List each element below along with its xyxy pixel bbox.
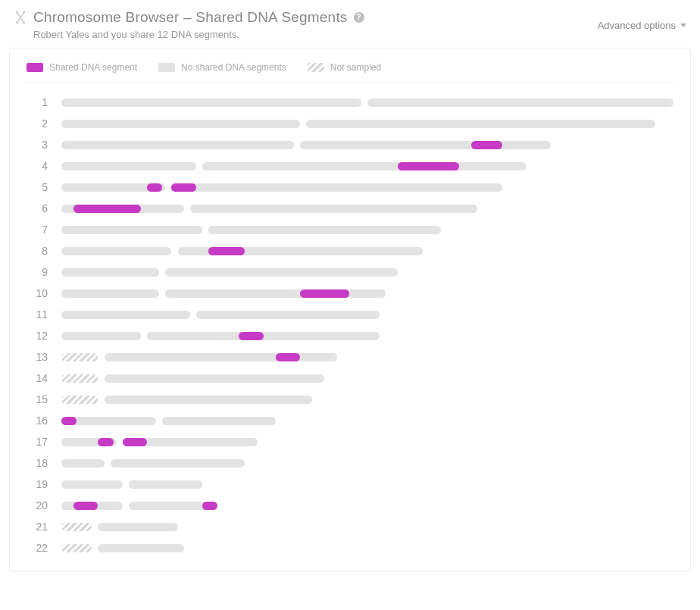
chromosome-track[interactable] (61, 141, 673, 149)
chromosome-arm (165, 268, 398, 277)
chromosome-icon (14, 11, 27, 24)
chromosome-row: 6 (27, 202, 673, 214)
chromosome-label: 22 (27, 542, 48, 554)
chromosome-arm (111, 459, 245, 468)
chromosome-card: Shared DNA segment No shared DNA segment… (9, 48, 691, 571)
shared-segment[interactable] (300, 289, 349, 298)
arm-not-sampled (61, 374, 98, 383)
chromosome-arm (61, 459, 105, 468)
chromosome-arm (61, 332, 141, 340)
shared-segment[interactable] (208, 247, 245, 255)
arm-not-sampled (61, 544, 92, 552)
chromosome-label: 11 (27, 308, 48, 321)
subtitle: Robert Yales and you share 12 DNA segmen… (33, 29, 364, 40)
shared-segment[interactable] (276, 353, 300, 361)
chromosome-arm (306, 120, 655, 128)
chromosome-row: 11 (27, 308, 673, 321)
chromosome-label: 10 (27, 287, 48, 299)
chromosome-label: 2 (27, 117, 48, 130)
chromosome-label: 3 (27, 139, 48, 151)
chromosome-row: 14 (27, 372, 673, 384)
chromosome-arm (61, 268, 159, 277)
chromosome-track[interactable] (61, 523, 673, 531)
header: Chromosome Browser – Shared DNA Segments… (9, 9, 691, 48)
swatch-not-sampled-icon (308, 63, 324, 72)
help-icon[interactable]: ? (354, 12, 364, 23)
chromosome-track[interactable] (61, 183, 673, 192)
title-row: Chromosome Browser – Shared DNA Segments… (14, 9, 364, 26)
chromosome-label: 4 (27, 160, 48, 172)
svg-point-2 (16, 22, 17, 23)
header-left: Chromosome Browser – Shared DNA Segments… (14, 9, 364, 40)
chevron-down-icon (680, 23, 686, 27)
chromosome-arm (300, 141, 551, 149)
swatch-shared-icon (27, 63, 43, 72)
chromosome-arm (61, 289, 159, 298)
chromosome-row: 15 (27, 393, 673, 405)
arm-not-sampled (61, 523, 92, 531)
chromosome-row: 2 (27, 117, 673, 130)
chromosome-track[interactable] (61, 120, 673, 128)
chromosome-track[interactable] (61, 311, 673, 319)
chromosome-row: 8 (27, 245, 673, 257)
shared-segment[interactable] (98, 438, 113, 446)
chromosome-track[interactable] (61, 353, 673, 361)
chromosome-track[interactable] (61, 417, 673, 425)
shared-segment[interactable] (202, 502, 217, 510)
chromosome-track[interactable] (61, 226, 673, 234)
chromosome-track[interactable] (61, 438, 673, 446)
chromosome-track[interactable] (61, 162, 673, 170)
chromosome-track[interactable] (61, 374, 673, 383)
advanced-options-label: Advanced options (598, 20, 676, 31)
shared-segment[interactable] (61, 417, 77, 425)
chromosome-row: 10 (27, 287, 673, 299)
chromosome-arm (162, 417, 275, 425)
arm-not-sampled (61, 353, 98, 361)
chromosome-arm (61, 120, 300, 128)
chromosome-row: 12 (27, 330, 673, 342)
legend-none: No shared DNA segments (158, 62, 286, 73)
chromosome-track[interactable] (61, 205, 673, 213)
chromosome-rows: 12345678910111213141516171819202122 (27, 96, 673, 554)
chromosome-label: 16 (27, 414, 48, 427)
shared-segment[interactable] (147, 183, 162, 192)
chromosome-label: 6 (27, 202, 48, 214)
chromosome-row: 1 (27, 96, 673, 108)
legend-not-sampled-label: Not sampled (330, 62, 381, 73)
chromosome-arm (147, 332, 380, 340)
chromosome-label: 9 (27, 266, 48, 278)
chromosome-arm (208, 226, 441, 234)
chromosome-label: 19 (27, 478, 48, 490)
shared-segment[interactable] (123, 438, 147, 446)
chromosome-row: 22 (27, 542, 673, 554)
chromosome-label: 14 (27, 372, 48, 384)
chromosome-arm (61, 162, 196, 170)
chromosome-track[interactable] (61, 268, 673, 277)
chromosome-track[interactable] (61, 289, 673, 298)
chromosome-track[interactable] (61, 459, 673, 468)
shared-segment[interactable] (171, 183, 195, 192)
shared-segment[interactable] (73, 502, 98, 510)
shared-segment[interactable] (73, 205, 141, 213)
shared-segment[interactable] (471, 141, 502, 149)
page-title: Chromosome Browser – Shared DNA Segments (33, 9, 348, 26)
chromosome-track[interactable] (61, 247, 673, 255)
chromosome-row: 4 (27, 160, 673, 172)
chromosome-track[interactable] (61, 502, 673, 510)
advanced-options-button[interactable]: Advanced options (598, 9, 686, 31)
chromosome-label: 12 (27, 330, 48, 342)
chromosome-label: 5 (27, 181, 48, 193)
legend-shared-label: Shared DNA segment (49, 62, 137, 73)
chromosome-arm (98, 544, 183, 552)
chromosome-track[interactable] (61, 544, 673, 552)
chromosome-track[interactable] (61, 99, 673, 107)
chromosome-arm (367, 99, 673, 107)
chromosome-arm (61, 99, 361, 107)
chromosome-track[interactable] (61, 396, 673, 404)
swatch-none-icon (158, 63, 175, 72)
legend-not-sampled: Not sampled (308, 62, 381, 73)
shared-segment[interactable] (239, 332, 263, 340)
chromosome-track[interactable] (61, 332, 673, 340)
shared-segment[interactable] (398, 162, 459, 170)
chromosome-track[interactable] (61, 480, 673, 489)
